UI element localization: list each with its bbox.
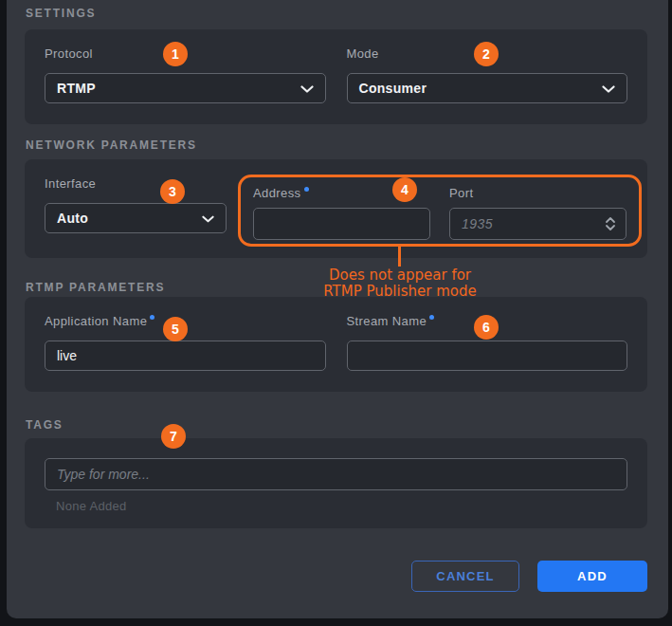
cancel-button[interactable]: CANCEL bbox=[411, 561, 519, 592]
required-dot-icon bbox=[150, 315, 154, 320]
add-stream-dialog: SETTINGS Protocol RTMP Mode Consumer bbox=[7, 0, 668, 618]
tags-empty-text: None Added bbox=[56, 499, 627, 513]
protocol-value: RTMP bbox=[57, 81, 96, 96]
tags-input[interactable] bbox=[45, 458, 627, 490]
address-input[interactable] bbox=[253, 208, 430, 240]
port-input[interactable] bbox=[449, 208, 627, 240]
mode-select[interactable]: Consumer bbox=[347, 73, 628, 103]
port-field: Port bbox=[449, 186, 627, 244]
application-name-input[interactable] bbox=[45, 341, 326, 371]
callout-badge-7: 7 bbox=[161, 424, 186, 449]
interface-value: Auto bbox=[57, 211, 88, 226]
rtmp-parameters-heading: RTMP PARAMETERS bbox=[26, 281, 165, 294]
add-button[interactable]: ADD bbox=[537, 561, 647, 592]
interface-select[interactable]: Auto bbox=[45, 203, 227, 233]
annotation-connector-line bbox=[398, 245, 401, 267]
required-dot-icon bbox=[304, 187, 309, 192]
chevron-down-icon bbox=[300, 81, 314, 96]
rtmp-parameters-panel: Application Name Stream Name bbox=[25, 297, 647, 392]
network-parameters-heading: NETWORK PARAMETERS bbox=[26, 138, 197, 152]
chevron-down-icon bbox=[202, 211, 214, 226]
annotation-text: Does not appear for RTMP Publisher mode bbox=[296, 267, 504, 300]
callout-badge-3: 3 bbox=[160, 179, 185, 204]
callout-badge-4: 4 bbox=[392, 177, 417, 202]
dialog-footer: CANCEL ADD bbox=[411, 561, 647, 592]
protocol-select[interactable]: RTMP bbox=[45, 73, 326, 103]
address-port-highlight-box: Address Port bbox=[238, 175, 642, 247]
callout-badge-5: 5 bbox=[163, 317, 188, 341]
callout-badge-2: 2 bbox=[474, 42, 499, 66]
interface-field: Interface Auto bbox=[45, 176, 227, 233]
interface-label: Interface bbox=[45, 176, 227, 192]
tags-heading: TAGS bbox=[26, 418, 64, 432]
callout-badge-1: 1 bbox=[163, 42, 188, 66]
port-label: Port bbox=[449, 186, 627, 201]
settings-heading: SETTINGS bbox=[26, 7, 96, 20]
required-dot-icon bbox=[429, 315, 434, 320]
number-stepper-icon[interactable] bbox=[605, 217, 616, 231]
chevron-down-icon bbox=[602, 81, 615, 96]
tags-panel: None Added bbox=[25, 438, 647, 528]
mode-value: Consumer bbox=[359, 81, 427, 96]
stream-name-input[interactable] bbox=[347, 341, 628, 371]
callout-badge-6: 6 bbox=[474, 315, 499, 340]
settings-panel: Protocol RTMP Mode Consumer bbox=[25, 29, 647, 124]
